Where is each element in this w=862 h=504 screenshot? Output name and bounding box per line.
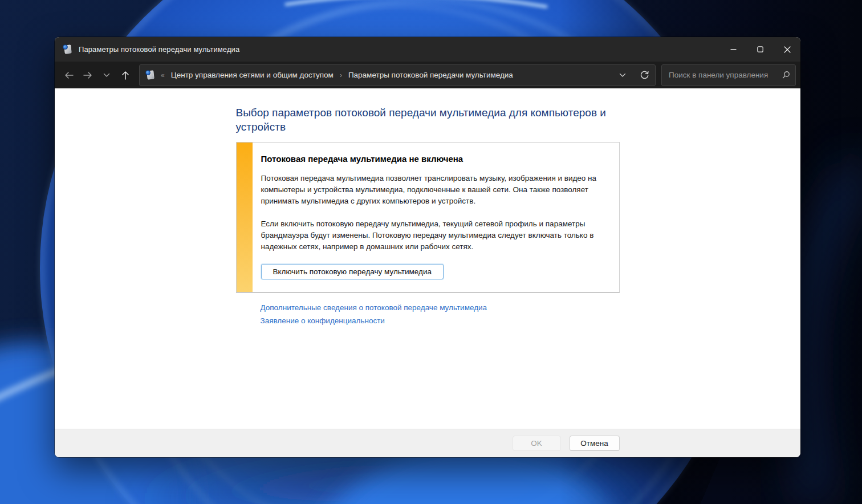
minimize-icon bbox=[730, 46, 737, 52]
panel-body: Потоковая передача мультимедиа не включе… bbox=[253, 143, 618, 292]
page-title: Выбор параметров потоковой передачи муль… bbox=[236, 105, 620, 134]
close-button[interactable] bbox=[774, 37, 800, 62]
panel-paragraph-description: Потоковая передача мультимедиа позволяет… bbox=[261, 173, 607, 207]
breadcrumb-collapse-chevron[interactable]: « bbox=[161, 71, 165, 79]
help-links: Дополнительные сведения о потоковой пере… bbox=[261, 301, 620, 327]
forward-button[interactable] bbox=[78, 66, 97, 85]
recent-pages-button[interactable] bbox=[97, 66, 116, 85]
forward-arrow-icon bbox=[83, 71, 93, 80]
page-content: Выбор параметров потоковой передачи муль… bbox=[55, 88, 800, 429]
close-icon bbox=[784, 46, 791, 53]
address-bar[interactable]: « Центр управления сетями и общим доступ… bbox=[139, 64, 656, 86]
dialog-footer: OK Отмена bbox=[55, 429, 800, 457]
address-app-icon bbox=[145, 70, 156, 80]
refresh-icon bbox=[640, 70, 649, 80]
search-button[interactable] bbox=[776, 71, 795, 79]
maximize-button[interactable] bbox=[747, 37, 774, 62]
search-icon bbox=[782, 71, 790, 79]
streaming-status-panel: Потоковая передача мультимедиа не включе… bbox=[236, 142, 620, 292]
window-title: Параметры потоковой передачи мультимедиа bbox=[79, 45, 239, 54]
control-panel-search bbox=[661, 64, 796, 86]
address-bar-tools bbox=[612, 65, 655, 86]
cancel-button[interactable]: Отмена bbox=[570, 436, 620, 451]
refresh-button[interactable] bbox=[633, 65, 655, 86]
chevron-down-icon bbox=[103, 73, 110, 78]
media-streaming-options-window: Параметры потоковой передачи мультимедиа bbox=[55, 37, 800, 457]
network-globe-icon bbox=[145, 70, 151, 75]
enable-media-streaming-button[interactable]: Включить потоковую передачу мультимедиа bbox=[261, 264, 444, 279]
link-privacy-statement[interactable]: Заявление о конфиденциальности bbox=[261, 314, 385, 327]
link-more-info[interactable]: Дополнительные сведения о потоковой пере… bbox=[261, 301, 487, 314]
navigation-bar: « Центр управления сетями и общим доступ… bbox=[55, 62, 800, 88]
panel-title: Потоковая передача мультимедиа не включе… bbox=[261, 154, 607, 164]
window-controls bbox=[720, 37, 800, 62]
address-dropdown-button[interactable] bbox=[612, 65, 633, 86]
title-bar: Параметры потоковой передачи мультимедиа bbox=[55, 37, 800, 62]
chevron-down-icon bbox=[619, 73, 626, 78]
up-button[interactable] bbox=[116, 66, 135, 85]
up-arrow-icon bbox=[121, 70, 130, 80]
maximize-icon bbox=[757, 46, 763, 52]
media-streaming-app-icon bbox=[63, 44, 73, 55]
back-button[interactable] bbox=[59, 66, 78, 85]
search-input[interactable] bbox=[662, 71, 776, 79]
panel-paragraph-warning: Если включить потоковую передачу мультим… bbox=[261, 218, 607, 253]
breadcrumb-item-media-streaming[interactable]: Параметры потоковой передачи мультимедиа bbox=[348, 71, 513, 79]
breadcrumb-separator-icon: › bbox=[340, 71, 342, 79]
minimize-button[interactable] bbox=[720, 37, 747, 62]
network-globe-icon bbox=[63, 44, 68, 50]
ok-button[interactable]: OK bbox=[513, 436, 561, 451]
breadcrumb-item-network-center[interactable]: Центр управления сетями и общим доступом bbox=[171, 71, 334, 79]
warning-accent-bar bbox=[237, 143, 253, 292]
back-arrow-icon bbox=[64, 71, 74, 80]
